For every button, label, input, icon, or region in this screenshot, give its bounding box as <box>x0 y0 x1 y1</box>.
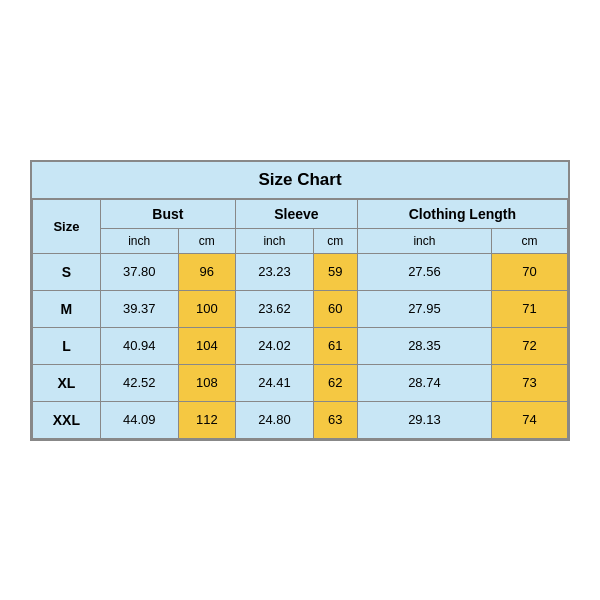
length-inch-header: inch <box>357 228 491 253</box>
sleeve-cm-cell: 59 <box>313 253 357 290</box>
length-cm-cell: 74 <box>492 401 568 438</box>
size-cell: XXL <box>33 401 101 438</box>
bust-cm-cell: 96 <box>178 253 235 290</box>
length-inch-cell: 29.13 <box>357 401 491 438</box>
bust-inch-cell: 44.09 <box>100 401 178 438</box>
bust-group-header: Bust <box>100 199 235 228</box>
bust-cm-header: cm <box>178 228 235 253</box>
bust-inch-cell: 37.80 <box>100 253 178 290</box>
bust-cm-cell: 112 <box>178 401 235 438</box>
chart-title: Size Chart <box>32 162 568 199</box>
size-cell: M <box>33 290 101 327</box>
size-cell: L <box>33 327 101 364</box>
sleeve-cm-cell: 60 <box>313 290 357 327</box>
sleeve-cm-cell: 61 <box>313 327 357 364</box>
sleeve-cm-header: cm <box>313 228 357 253</box>
bust-inch-header: inch <box>100 228 178 253</box>
table-row: L40.9410424.026128.3572 <box>33 327 568 364</box>
bust-cm-cell: 104 <box>178 327 235 364</box>
length-inch-cell: 28.74 <box>357 364 491 401</box>
sleeve-inch-cell: 24.41 <box>236 364 314 401</box>
length-group-header: Clothing Length <box>357 199 567 228</box>
bust-cm-cell: 108 <box>178 364 235 401</box>
sleeve-inch-cell: 24.02 <box>236 327 314 364</box>
bust-inch-cell: 39.37 <box>100 290 178 327</box>
sleeve-inch-cell: 23.62 <box>236 290 314 327</box>
length-cm-cell: 73 <box>492 364 568 401</box>
size-cell: XL <box>33 364 101 401</box>
length-cm-cell: 72 <box>492 327 568 364</box>
length-cm-cell: 70 <box>492 253 568 290</box>
sleeve-inch-cell: 24.80 <box>236 401 314 438</box>
table-row: M39.3710023.626027.9571 <box>33 290 568 327</box>
bust-inch-cell: 40.94 <box>100 327 178 364</box>
bust-cm-cell: 100 <box>178 290 235 327</box>
sleeve-cm-cell: 63 <box>313 401 357 438</box>
sleeve-inch-cell: 23.23 <box>236 253 314 290</box>
size-chart: Size Chart Size Bust Sleeve Clothing Len… <box>30 160 570 441</box>
sleeve-inch-header: inch <box>236 228 314 253</box>
length-inch-cell: 28.35 <box>357 327 491 364</box>
length-cm-header: cm <box>492 228 568 253</box>
length-inch-cell: 27.95 <box>357 290 491 327</box>
length-inch-cell: 27.56 <box>357 253 491 290</box>
table-row: XXL44.0911224.806329.1374 <box>33 401 568 438</box>
length-cm-cell: 71 <box>492 290 568 327</box>
sleeve-cm-cell: 62 <box>313 364 357 401</box>
table-row: S37.809623.235927.5670 <box>33 253 568 290</box>
size-cell: S <box>33 253 101 290</box>
table-row: XL42.5210824.416228.7473 <box>33 364 568 401</box>
bust-inch-cell: 42.52 <box>100 364 178 401</box>
size-header: Size <box>33 199 101 253</box>
sleeve-group-header: Sleeve <box>236 199 358 228</box>
